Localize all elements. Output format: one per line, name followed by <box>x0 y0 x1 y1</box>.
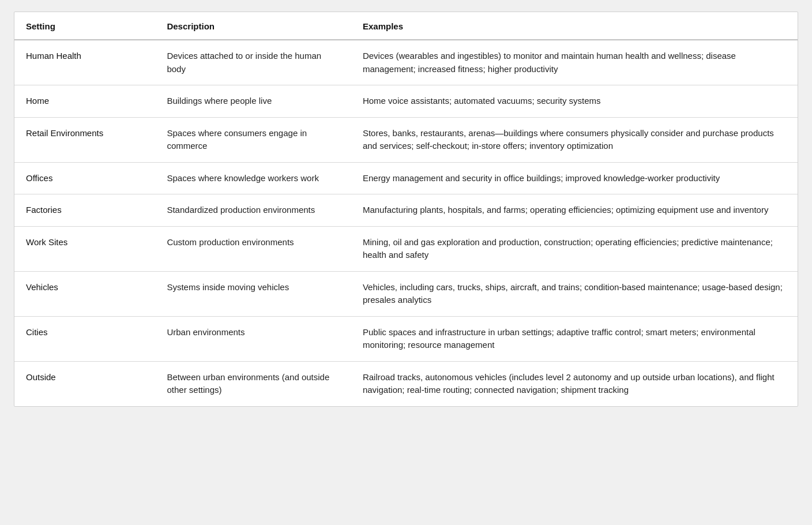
table-header-row: Setting Description Examples <box>14 12 798 40</box>
settings-table: Setting Description Examples Human Healt… <box>14 12 798 406</box>
cell-examples: Mining, oil and gas exploration and prod… <box>351 226 798 271</box>
table-row: Retail EnvironmentsSpaces where consumer… <box>14 117 798 162</box>
table-row: Work SitesCustom production environments… <box>14 226 798 271</box>
table-row: FactoriesStandardized production environ… <box>14 194 798 227</box>
cell-description: Spaces where consumers engage in commerc… <box>155 117 351 162</box>
header-setting: Setting <box>14 12 155 40</box>
table-row: VehiclesSystems inside moving vehiclesVe… <box>14 271 798 316</box>
cell-setting: Offices <box>14 162 155 194</box>
cell-description: Urban environments <box>155 316 351 361</box>
cell-setting: Factories <box>14 194 155 227</box>
main-table-container: Setting Description Examples Human Healt… <box>14 12 798 407</box>
header-description: Description <box>155 12 351 40</box>
cell-examples: Vehicles, including cars, trucks, ships,… <box>351 271 798 316</box>
cell-description: Spaces where knowledge workers work <box>155 162 351 194</box>
cell-description: Standardized production environments <box>155 194 351 227</box>
cell-description: Devices attached to or inside the human … <box>155 40 351 85</box>
table-row: CitiesUrban environmentsPublic spaces an… <box>14 316 798 361</box>
cell-setting: Outside <box>14 361 155 406</box>
cell-examples: Public spaces and infrastructure in urba… <box>351 316 798 361</box>
cell-examples: Stores, banks, restaurants, arenas—build… <box>351 117 798 162</box>
cell-examples: Home voice assistants; automated vacuums… <box>351 85 798 118</box>
cell-setting: Home <box>14 85 155 118</box>
cell-setting: Work Sites <box>14 226 155 271</box>
cell-setting: Vehicles <box>14 271 155 316</box>
table-row: OfficesSpaces where knowledge workers wo… <box>14 162 798 194</box>
cell-description: Custom production environments <box>155 226 351 271</box>
header-examples: Examples <box>351 12 798 40</box>
cell-setting: Retail Environments <box>14 117 155 162</box>
cell-setting: Cities <box>14 316 155 361</box>
cell-description: Systems inside moving vehicles <box>155 271 351 316</box>
cell-examples: Manufacturing plants, hospitals, and far… <box>351 194 798 227</box>
table-row: HomeBuildings where people liveHome voic… <box>14 85 798 118</box>
table-row: Human HealthDevices attached to or insid… <box>14 40 798 85</box>
cell-setting: Human Health <box>14 40 155 85</box>
cell-description: Buildings where people live <box>155 85 351 118</box>
cell-examples: Railroad tracks, autonomous vehicles (in… <box>351 361 798 406</box>
table-row: OutsideBetween urban environments (and o… <box>14 361 798 406</box>
cell-examples: Energy management and security in office… <box>351 162 798 194</box>
cell-description: Between urban environments (and outside … <box>155 361 351 406</box>
cell-examples: Devices (wearables and ingestibles) to m… <box>351 40 798 85</box>
